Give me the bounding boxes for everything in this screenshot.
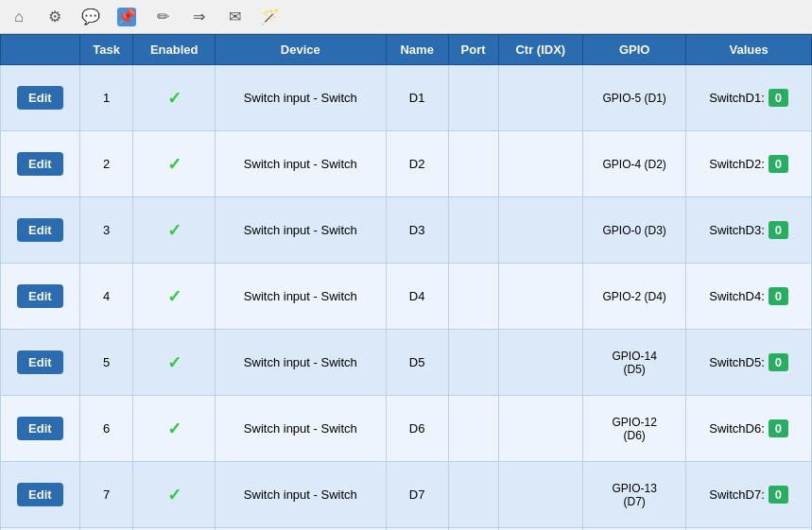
value-badge: 0	[769, 486, 788, 504]
edit-cell: Edit	[1, 330, 80, 396]
port-cell	[448, 264, 498, 330]
enabled-cell: ✓	[133, 65, 215, 131]
task-cell: 7	[79, 462, 133, 528]
edit-button[interactable]: Edit	[17, 284, 63, 308]
arrow-icon[interactable]: ⇒	[189, 8, 208, 26]
ctr-cell	[498, 462, 582, 528]
value-label: SwitchD2:	[709, 157, 765, 171]
ctr-cell	[498, 396, 582, 462]
name-cell: D1	[386, 65, 448, 131]
name-cell: D6	[386, 396, 448, 462]
name-cell: D3	[386, 197, 448, 264]
values-cell: SwitchD1:0	[686, 65, 812, 131]
port-cell	[448, 65, 498, 131]
value-badge: 0	[769, 353, 788, 371]
enabled-cell: ✓	[133, 462, 215, 528]
edit-button[interactable]: Edit	[17, 417, 63, 440]
table-row: Edit5✓Switch input - SwitchD5GPIO-14 (D5…	[1, 330, 812, 396]
col-header-4: Name	[386, 35, 448, 65]
home-icon[interactable]: ⌂	[9, 8, 28, 26]
check-icon: ✓	[167, 221, 181, 240]
enabled-cell: ✓	[133, 396, 215, 462]
edit-cell: Edit	[1, 197, 80, 264]
enabled-cell: ✓	[133, 197, 215, 264]
table-row: Edit4✓Switch input - SwitchD4GPIO-2 (D4)…	[1, 264, 812, 330]
value-badge: 0	[769, 89, 788, 107]
task-cell: 2	[79, 131, 133, 197]
ctr-cell	[498, 197, 582, 264]
value-badge: 0	[769, 419, 788, 437]
value-label: SwitchD6:	[709, 421, 765, 436]
values-cell: SwitchD5:0	[686, 330, 812, 396]
col-header-2: Enabled	[133, 35, 215, 65]
values-cell: SwitchD3:0	[686, 197, 812, 264]
name-cell: D2	[386, 131, 448, 197]
device-cell: Switch input - Switch	[215, 131, 386, 197]
gpio-cell: GPIO-13 (D7)	[583, 462, 686, 528]
col-header-7: GPIO	[583, 35, 686, 65]
values-cell: SwitchD6:0	[686, 396, 812, 462]
mail-icon[interactable]: ✉	[225, 8, 244, 26]
table-row: Edit6✓Switch input - SwitchD6GPIO-12 (D6…	[1, 396, 812, 462]
check-icon: ✓	[167, 419, 181, 438]
device-cell: Switch input - Switch	[215, 330, 386, 396]
edit-button[interactable]: Edit	[17, 350, 63, 374]
ctr-cell	[498, 264, 582, 330]
value-label: SwitchD4:	[709, 289, 765, 303]
port-cell	[448, 396, 498, 462]
name-cell: D4	[386, 264, 448, 330]
enabled-cell: ✓	[133, 330, 215, 396]
port-cell	[448, 197, 498, 264]
edit-button[interactable]: Edit	[17, 152, 63, 176]
value-label: SwitchD3:	[709, 223, 765, 237]
col-header-6: Ctr (IDX)	[498, 35, 582, 65]
check-icon: ✓	[167, 486, 181, 504]
col-header-8: Values	[686, 35, 812, 65]
device-cell: Switch input - Switch	[215, 65, 386, 131]
value-label: SwitchD1:	[709, 91, 765, 105]
table-row: Edit7✓Switch input - SwitchD7GPIO-13 (D7…	[1, 462, 812, 528]
edit-cell: Edit	[1, 396, 80, 462]
port-cell	[448, 131, 498, 197]
pin-icon[interactable]: 📌	[117, 8, 136, 26]
value-label: SwitchD5:	[709, 355, 765, 369]
value-badge: 0	[769, 155, 788, 173]
toolbar: ⌂⚙💬📌✏⇒✉🪄	[0, 0, 812, 34]
device-cell: Switch input - Switch	[215, 462, 386, 528]
device-cell: Switch input - Switch	[215, 264, 386, 330]
table-row: Edit1✓Switch input - SwitchD1GPIO-5 (D1)…	[1, 65, 812, 131]
enabled-cell: ✓	[133, 264, 215, 330]
gpio-cell: GPIO-12 (D6)	[583, 396, 686, 462]
edit-cell: Edit	[1, 65, 80, 131]
device-cell: Switch input - Switch	[215, 197, 386, 264]
check-icon: ✓	[167, 287, 181, 306]
value-badge: 0	[769, 221, 788, 239]
name-cell: D5	[386, 330, 448, 396]
table-row: Edit3✓Switch input - SwitchD3GPIO-0 (D3)…	[1, 197, 812, 264]
name-cell: D7	[386, 462, 448, 528]
col-header-1: Task	[79, 35, 133, 65]
wand-icon[interactable]: 🪄	[261, 8, 280, 26]
check-icon: ✓	[167, 89, 181, 108]
table-row: Edit2✓Switch input - SwitchD2GPIO-4 (D2)…	[1, 131, 812, 197]
gpio-cell: GPIO-14 (D5)	[583, 330, 686, 396]
enabled-cell: ✓	[133, 131, 215, 197]
chat-icon[interactable]: 💬	[81, 8, 100, 26]
col-header-3: Device	[215, 35, 386, 65]
gpio-cell: GPIO-4 (D2)	[583, 131, 686, 197]
edit-cell: Edit	[1, 462, 80, 528]
task-cell: 5	[79, 330, 133, 396]
edit-cell: Edit	[1, 131, 80, 197]
gpio-cell: GPIO-5 (D1)	[583, 65, 686, 131]
edit-button[interactable]: Edit	[17, 86, 63, 110]
edit-button[interactable]: Edit	[17, 218, 63, 242]
pen-icon[interactable]: ✏	[153, 8, 172, 26]
port-cell	[448, 462, 498, 528]
gear-icon[interactable]: ⚙	[45, 8, 64, 26]
task-cell: 4	[79, 264, 133, 330]
edit-cell: Edit	[1, 264, 80, 330]
check-icon: ✓	[167, 353, 181, 372]
col-header-5: Port	[448, 35, 498, 65]
task-cell: 3	[79, 197, 133, 264]
edit-button[interactable]: Edit	[17, 483, 63, 506]
